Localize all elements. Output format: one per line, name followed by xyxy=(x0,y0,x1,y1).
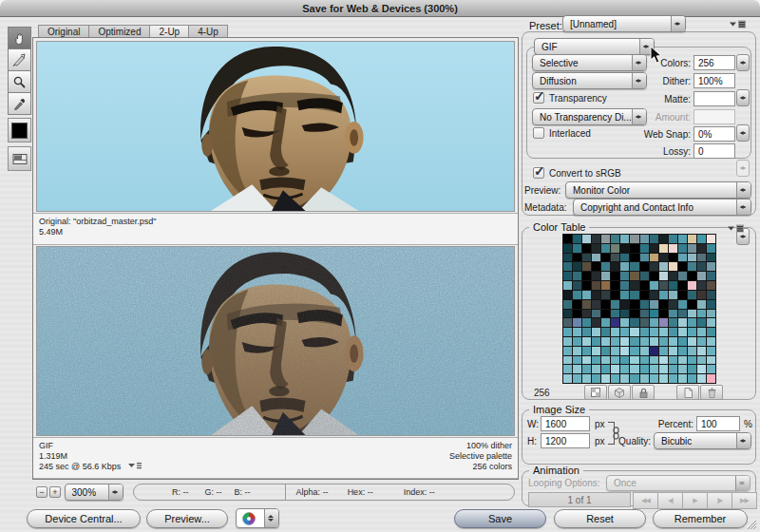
color-swatch-cell[interactable] xyxy=(640,310,649,318)
color-swatch-cell[interactable] xyxy=(601,300,610,309)
color-swatch-cell[interactable] xyxy=(650,281,658,290)
color-swatch-cell[interactable] xyxy=(707,328,715,336)
color-swatch-cell[interactable] xyxy=(678,281,687,290)
color-swatch-cell[interactable] xyxy=(659,374,668,383)
color-swatch-cell[interactable] xyxy=(707,347,715,355)
color-swatch-cell[interactable] xyxy=(601,254,610,262)
color-swatch-cell[interactable] xyxy=(573,300,581,309)
color-swatch-cell[interactable] xyxy=(601,272,610,280)
color-swatch-cell[interactable] xyxy=(630,291,638,299)
color-swatch-cell[interactable] xyxy=(669,356,677,365)
color-swatch-cell[interactable] xyxy=(688,291,696,299)
color-swatch-cell[interactable] xyxy=(659,235,668,243)
color-swatch-cell[interactable] xyxy=(697,310,706,318)
color-swatch-cell[interactable] xyxy=(630,254,638,262)
color-swatch-cell[interactable] xyxy=(669,310,677,318)
color-swatch-cell[interactable] xyxy=(573,235,581,243)
color-swatch-cell[interactable] xyxy=(563,318,572,327)
transparency-checkbox[interactable] xyxy=(533,92,544,104)
color-swatch-cell[interactable] xyxy=(620,235,629,243)
color-swatch-cell[interactable] xyxy=(697,244,706,253)
color-swatch-cell[interactable] xyxy=(601,337,610,346)
color-swatch-cell[interactable] xyxy=(611,310,619,318)
color-swatch-cell[interactable] xyxy=(650,365,658,373)
color-swatch-cell[interactable] xyxy=(707,356,715,365)
resize-grip[interactable] xyxy=(746,519,757,530)
color-swatch-cell[interactable] xyxy=(582,318,591,327)
color-swatch-cell[interactable] xyxy=(659,337,668,346)
color-swatch-cell[interactable] xyxy=(582,337,591,346)
color-swatch-cell[interactable] xyxy=(630,310,638,318)
map-transparency-button[interactable] xyxy=(584,385,607,400)
color-swatch-cell[interactable] xyxy=(697,374,706,383)
zoom-level-select[interactable]: 300% xyxy=(65,484,124,501)
color-swatch-cell[interactable] xyxy=(650,272,658,280)
color-swatch-cell[interactable] xyxy=(620,374,629,383)
color-swatch-cell[interactable] xyxy=(563,254,572,262)
color-swatch-cell[interactable] xyxy=(582,374,591,383)
color-swatch-cell[interactable] xyxy=(630,235,638,243)
colors-field[interactable]: 256 xyxy=(694,55,735,70)
color-swatch-cell[interactable] xyxy=(563,356,572,365)
browser-select[interactable] xyxy=(236,508,279,528)
color-swatch-cell[interactable] xyxy=(678,328,687,336)
color-swatch-cell[interactable] xyxy=(707,337,715,346)
color-swatch-cell[interactable] xyxy=(601,281,610,290)
color-swatch-cell[interactable] xyxy=(678,262,687,271)
color-swatch-cell[interactable] xyxy=(688,272,696,280)
color-swatch-cell[interactable] xyxy=(697,291,706,299)
color-swatch-cell[interactable] xyxy=(611,365,619,373)
color-swatch-cell[interactable] xyxy=(592,300,600,309)
color-swatch-cell[interactable] xyxy=(669,254,677,262)
color-swatch-cell[interactable] xyxy=(650,244,658,253)
color-swatch-cell[interactable] xyxy=(573,310,581,318)
color-swatch-cell[interactable] xyxy=(582,291,591,299)
color-swatch-cell[interactable] xyxy=(611,262,619,271)
color-swatch-cell[interactable] xyxy=(611,318,619,327)
color-swatch-cell[interactable] xyxy=(707,272,715,280)
color-swatch-cell[interactable] xyxy=(620,300,629,309)
color-swatch-cell[interactable] xyxy=(601,347,610,355)
tab-original[interactable]: Original xyxy=(38,25,89,38)
eyedropper-tool-button[interactable] xyxy=(8,92,31,115)
color-swatch-cell[interactable] xyxy=(620,272,629,280)
download-speed-menu-icon[interactable] xyxy=(128,462,142,469)
first-frame-button[interactable]: ◀◀ xyxy=(633,492,658,509)
color-swatch-cell[interactable] xyxy=(659,318,668,327)
color-swatch-cell[interactable] xyxy=(669,337,677,346)
color-swatch-cell[interactable] xyxy=(707,310,715,318)
color-swatch-cell[interactable] xyxy=(601,235,610,243)
color-swatch-cell[interactable] xyxy=(678,365,687,373)
preview-select[interactable]: Monitor Color xyxy=(565,181,751,199)
color-swatch-cell[interactable] xyxy=(582,310,591,318)
color-swatch-cell[interactable] xyxy=(697,328,706,336)
color-swatch-cell[interactable] xyxy=(601,356,610,365)
interlaced-checkbox[interactable] xyxy=(533,127,544,139)
color-swatch-cell[interactable] xyxy=(611,300,619,309)
color-swatch-cell[interactable] xyxy=(563,365,572,373)
color-swatch-cell[interactable] xyxy=(707,281,715,290)
web-snap-field[interactable]: 0% xyxy=(694,126,735,142)
original-image-pane[interactable] xyxy=(36,41,515,212)
color-swatch-cell[interactable] xyxy=(669,272,677,280)
color-swatch-cell[interactable] xyxy=(659,272,668,280)
optimized-image-pane[interactable] xyxy=(36,246,515,436)
toggle-slices-visibility-button[interactable] xyxy=(8,146,31,171)
color-swatch-cell[interactable] xyxy=(678,318,687,327)
preset-select[interactable]: [Unnamed] xyxy=(562,15,686,32)
color-swatch-cell[interactable] xyxy=(659,244,668,253)
color-swatch-cell[interactable] xyxy=(640,365,649,373)
color-swatch-cell[interactable] xyxy=(707,365,715,373)
color-swatch-cell[interactable] xyxy=(620,291,629,299)
color-swatch-cell[interactable] xyxy=(592,356,600,365)
amount-stepper[interactable] xyxy=(736,160,750,177)
zoom-tool-button[interactable] xyxy=(8,70,31,93)
color-swatch-cell[interactable] xyxy=(620,244,629,253)
preview-in-browser-button[interactable]: Preview... xyxy=(146,509,228,528)
hand-tool-button[interactable] xyxy=(8,27,31,49)
color-swatch-cell[interactable] xyxy=(592,262,600,271)
color-swatch-cell[interactable] xyxy=(601,262,610,271)
color-swatch-cell[interactable] xyxy=(669,262,677,271)
color-swatch-cell[interactable] xyxy=(592,254,600,262)
color-swatch-cell[interactable] xyxy=(601,310,610,318)
